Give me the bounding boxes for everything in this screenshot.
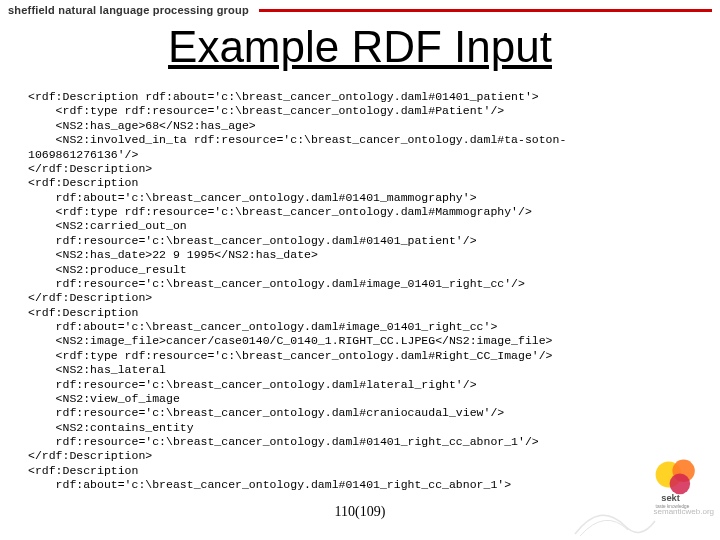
- logo-label: sekt: [661, 493, 680, 503]
- svg-point-2: [670, 474, 691, 495]
- swirl-decoration: [570, 506, 660, 538]
- rdf-code-block: <rdf:Description rdf:about='c:\breast_ca…: [0, 90, 720, 493]
- footer-link: semanticweb.org: [654, 507, 714, 516]
- sekt-logo: sekt taste knowledge: [650, 454, 706, 510]
- header-divider: [259, 9, 712, 12]
- header-bar: sheffield natural language processing gr…: [0, 0, 720, 18]
- group-name: sheffield natural language processing gr…: [8, 4, 249, 16]
- page-number: 110(109): [335, 504, 386, 520]
- page-title: Example RDF Input: [0, 22, 720, 72]
